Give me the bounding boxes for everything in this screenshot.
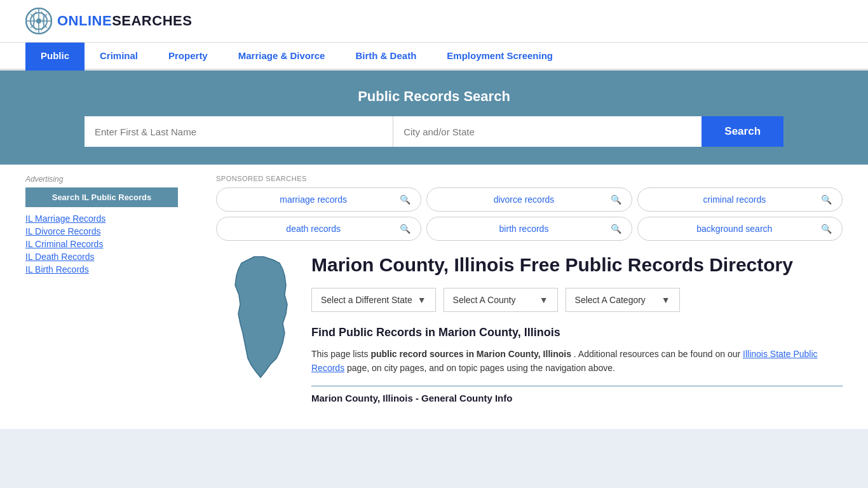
county-section: Marion County, Illinois Free Public Reco… bbox=[216, 254, 843, 403]
search-pill-icon: 🔍 bbox=[400, 224, 410, 234]
pill-background[interactable]: background search 🔍 bbox=[637, 217, 843, 241]
nav-item-criminal[interactable]: Criminal bbox=[85, 43, 153, 71]
sidebar: Advertising Search IL Public Records IL … bbox=[0, 165, 191, 429]
search-banner: Public Records Search Search bbox=[0, 71, 868, 165]
search-form: Search bbox=[85, 116, 783, 147]
svg-point-4 bbox=[36, 18, 41, 24]
sidebar-link-2[interactable]: IL Criminal Records bbox=[25, 239, 178, 249]
sidebar-ad-label: Advertising bbox=[25, 175, 178, 184]
pill-criminal[interactable]: criminal records 🔍 bbox=[637, 187, 843, 212]
section-divider bbox=[311, 386, 843, 386]
search-pill-icon: 🔍 bbox=[611, 224, 621, 234]
logo-text: ONLINESEARCHES bbox=[57, 13, 192, 29]
dropdown-arrow-category: ▼ bbox=[661, 295, 670, 305]
dropdowns-row: Select a Different State ▼ Select A Coun… bbox=[311, 288, 843, 312]
county-info: Marion County, Illinois Free Public Reco… bbox=[311, 254, 843, 403]
dropdown-arrow-county: ▼ bbox=[539, 295, 548, 305]
category-dropdown[interactable]: Select A Category ▼ bbox=[566, 288, 680, 312]
sponsored-label: SPONSORED SEARCHES bbox=[216, 175, 843, 182]
search-pill-icon: 🔍 bbox=[400, 194, 410, 205]
content-area: SPONSORED SEARCHES marriage records 🔍 di… bbox=[191, 165, 868, 429]
page-body: Advertising Search IL Public Records IL … bbox=[0, 165, 868, 429]
nav-item-marriage[interactable]: Marriage & Divorce bbox=[223, 43, 341, 71]
nav-item-public[interactable]: Public bbox=[25, 43, 85, 71]
logo-icon bbox=[25, 8, 52, 34]
county-dropdown[interactable]: Select A County ▼ bbox=[444, 288, 558, 312]
search-pill-icon: 🔍 bbox=[611, 194, 621, 205]
state-dropdown[interactable]: Select a Different State ▼ bbox=[311, 288, 436, 312]
main-nav: Public Criminal Property Marriage & Divo… bbox=[0, 43, 868, 71]
sidebar-ad-button[interactable]: Search IL Public Records bbox=[25, 187, 178, 207]
find-records-text: This page lists public record sources in… bbox=[311, 347, 843, 376]
state-map bbox=[216, 254, 299, 383]
nav-item-employment[interactable]: Employment Screening bbox=[431, 43, 568, 71]
site-header: ONLINESEARCHES bbox=[0, 0, 868, 43]
pill-birth[interactable]: birth records 🔍 bbox=[426, 217, 632, 241]
pill-marriage[interactable]: marriage records 🔍 bbox=[216, 187, 421, 212]
general-info-title: Marion County, Illinois - General County… bbox=[311, 393, 843, 403]
name-input[interactable] bbox=[85, 116, 393, 147]
dropdown-arrow-state: ▼ bbox=[417, 295, 426, 305]
county-title: Marion County, Illinois Free Public Reco… bbox=[311, 254, 843, 276]
sidebar-link-1[interactable]: IL Divorce Records bbox=[25, 226, 178, 236]
pill-death[interactable]: death records 🔍 bbox=[216, 217, 421, 241]
pill-divorce[interactable]: divorce records 🔍 bbox=[426, 187, 632, 212]
sponsored-pills: marriage records 🔍 divorce records 🔍 cri… bbox=[216, 187, 843, 241]
sidebar-link-4[interactable]: IL Birth Records bbox=[25, 264, 178, 274]
location-input[interactable] bbox=[393, 116, 702, 147]
nav-item-property[interactable]: Property bbox=[153, 43, 223, 71]
sidebar-link-3[interactable]: IL Death Records bbox=[25, 252, 178, 262]
sidebar-links: IL Marriage Records IL Divorce Records I… bbox=[25, 214, 178, 274]
search-pill-icon: 🔍 bbox=[821, 194, 832, 205]
sidebar-link-0[interactable]: IL Marriage Records bbox=[25, 214, 178, 224]
nav-item-birth[interactable]: Birth & Death bbox=[340, 43, 431, 71]
search-banner-title: Public Records Search bbox=[25, 88, 843, 105]
search-pill-icon: 🔍 bbox=[821, 224, 832, 234]
search-button[interactable]: Search bbox=[702, 116, 783, 147]
logo: ONLINESEARCHES bbox=[25, 8, 192, 34]
find-records-title: Find Public Records in Marion County, Il… bbox=[311, 326, 843, 339]
